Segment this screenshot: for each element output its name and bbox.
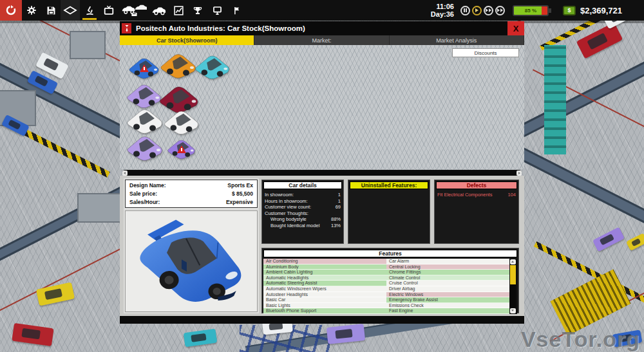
info-label: Sales/Hour:: [129, 199, 160, 205]
feature-item: Emergency Brake Assist: [386, 297, 509, 303]
game-screen: VseTor.org: [0, 0, 644, 352]
info-value: Sports Ex: [227, 182, 253, 189]
info-row: Sales/Hour: Expensive: [129, 199, 253, 205]
scroll-left-button[interactable]: [122, 171, 128, 176]
info-row: Sale price: $ 85,500: [129, 190, 253, 197]
screens-monitor-icon[interactable]: [207, 0, 227, 21]
dialog-title: Positech Auto Industries: Car Stock(Show…: [131, 24, 507, 32]
speed-controls: [460, 6, 513, 15]
showroom-car[interactable]: [126, 54, 161, 80]
feature-item: Automatic Steering Assist: [263, 281, 386, 286]
bg-machine: [77, 193, 122, 223]
feature-item: Basic Lights: [263, 303, 386, 309]
detail-label: Hours in showroom:: [265, 198, 308, 205]
stats-chart-icon[interactable]: [169, 0, 188, 21]
efficiency-meter[interactable]: 85 %: [513, 5, 549, 16]
detail-row: Wrong bodystyle 88%: [265, 216, 341, 223]
showroom-horizontal-scrollbar[interactable]: [122, 170, 522, 176]
info-value: Expensive: [226, 199, 253, 205]
detail-value: 88%: [331, 216, 341, 223]
scroll-right-button[interactable]: [516, 171, 522, 176]
detail-label: Customer Thoughts:: [265, 210, 308, 217]
achievements-trophy-icon[interactable]: [188, 0, 207, 21]
save-floppy-icon[interactable]: [41, 0, 61, 21]
feature-item: Ambient Cabin Lighting: [263, 270, 386, 275]
detail-row: In showroom: 1: [265, 192, 341, 198]
info-label: Sale price:: [129, 190, 157, 197]
research-microscope-icon[interactable]: [80, 0, 99, 21]
feature-item: Car Alarm: [386, 259, 509, 264]
tab-car-stock-showroom[interactable]: Car Stock(Showroom): [120, 35, 254, 45]
warning-icon: [140, 64, 149, 72]
scroll-down-button[interactable]: [510, 308, 516, 313]
watermark: VseTor.org: [521, 327, 640, 352]
marketing-tv-icon[interactable]: [99, 0, 118, 21]
window-icon: [122, 23, 131, 33]
showroom-car[interactable]: [124, 106, 165, 134]
fast-forward-button[interactable]: [484, 6, 493, 15]
showroom-car[interactable]: [124, 131, 165, 162]
car-info-section: Design Name: Sports Ex Sale price: $ 85,…: [120, 176, 524, 316]
showroom-car[interactable]: [165, 135, 197, 161]
info-row: Design Name: Sports Ex: [129, 182, 253, 189]
feature-item: Central Locking: [386, 264, 509, 270]
feature-item: Climate Control: [386, 275, 509, 281]
pause-button[interactable]: [460, 6, 470, 15]
uninstalled-features-body: [348, 190, 430, 243]
bg-shelf: [544, 45, 566, 154]
info-label: Design Name:: [129, 182, 166, 189]
scroll-up-button[interactable]: [510, 259, 516, 264]
fastest-forward-button[interactable]: [495, 6, 505, 15]
features-right-column: Car Alarm Central Locking Chrome Fitting…: [386, 259, 509, 314]
info-value: $ 85,500: [232, 190, 253, 197]
features-panel: Features Air Conditioning Aluminium Body…: [261, 248, 519, 313]
expand-diamond-icon[interactable]: [61, 0, 80, 21]
feature-item: Basic Car: [263, 297, 386, 303]
features-title: Features: [263, 250, 517, 257]
feature-item: Electric Windows: [386, 292, 509, 298]
detail-label: Wrong bodystyle: [265, 216, 307, 223]
money-icon: $: [563, 6, 576, 15]
defect-count: 104: [507, 192, 516, 198]
car-details-panel: Car details In showroom: 1 Hours in show…: [261, 180, 344, 244]
settings-gear-icon[interactable]: [22, 0, 41, 21]
tab-market[interactable]: Market:: [254, 35, 389, 45]
feature-item: Aluminium Body: [263, 264, 386, 270]
car-details-body: In showroom: 1 Hours in showroom: 1 Cust…: [262, 190, 343, 243]
vehicle-design-car-icon[interactable]: [149, 0, 169, 21]
tab-market-analysis[interactable]: Market Analysis: [390, 35, 524, 45]
money-display[interactable]: $ $2,369,721: [563, 6, 644, 15]
showroom-cars-icon[interactable]: [118, 0, 149, 21]
top-toolbar: 11:06 Day:36 85 % $ $2,369,721: [0, 0, 644, 21]
detail-label: Customer view count:: [265, 204, 311, 210]
defects-title: Defects: [436, 181, 517, 189]
close-button[interactable]: X: [507, 21, 524, 35]
positech-logo-icon[interactable]: [0, 0, 22, 21]
feature-item: Driver Airbag: [386, 286, 509, 292]
day-label: Day:36: [431, 10, 454, 18]
detail-value: 1: [338, 192, 341, 198]
discounts-button[interactable]: Discounts: [452, 48, 519, 57]
car-stock-dialog: Positech Auto Industries: Car Stock(Show…: [120, 21, 524, 324]
time-label: 11:06: [431, 3, 454, 10]
uninstalled-features-panel: Uninstalled Features:: [348, 180, 430, 244]
defect-row: Fit Electrical Components 104: [437, 192, 516, 198]
feature-item: Air Conditioning: [263, 259, 386, 264]
detail-row: Bought Identical model 13%: [265, 223, 341, 229]
money-amount: $2,369,721: [580, 6, 622, 15]
feature-item: Bluetooth Phone Support: [263, 308, 386, 314]
defects-body: Fit Electrical Components 104: [435, 190, 518, 243]
milestones-flag-icon[interactable]: [227, 0, 246, 21]
detail-value: 1: [338, 198, 341, 205]
feature-item: Autosteer Headlights: [263, 292, 386, 298]
selected-car-image: [125, 210, 258, 312]
showroom-car[interactable]: [192, 50, 232, 81]
scrollbar-thumb[interactable]: [510, 265, 516, 284]
dialog-titlebar: Positech Auto Industries: Car Stock(Show…: [120, 21, 524, 35]
bg-machine: [70, 31, 106, 59]
features-scrollbar[interactable]: [509, 259, 516, 314]
play-button[interactable]: [472, 6, 482, 15]
features-left-column: Air Conditioning Aluminium Body Ambient …: [263, 259, 386, 314]
showroom-car[interactable]: [161, 107, 201, 135]
scrollbar-track[interactable]: [510, 265, 516, 308]
